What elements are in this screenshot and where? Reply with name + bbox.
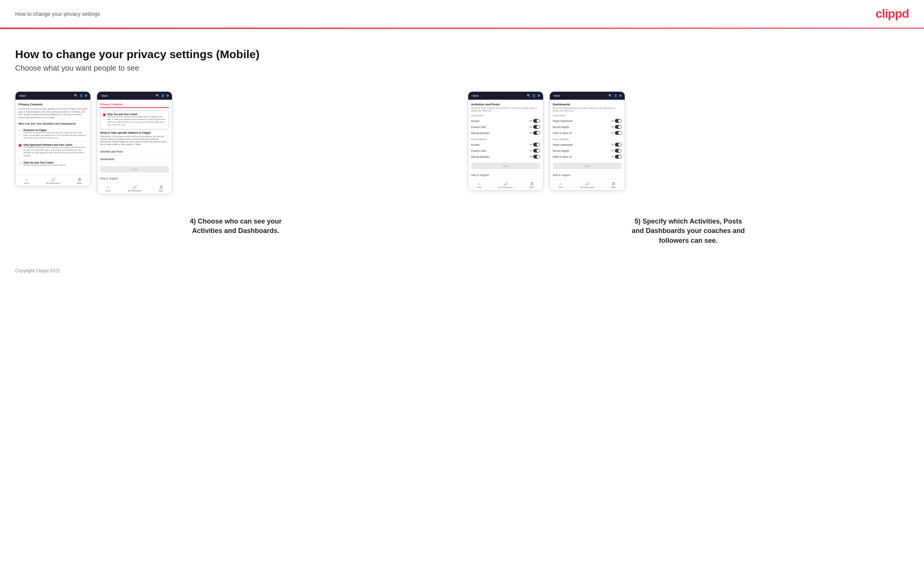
toggle-coaches-what-to-work[interactable]: What To Work On ON [553,130,622,136]
dash-title: Dashboards [553,103,622,106]
caption-1-container: 4) Choose who can see your Activities an… [15,206,457,245]
who-can-see-label: Who Can See Your Activities and Dashboar… [18,122,87,125]
toggle-followers-what-to-work[interactable]: What To Work On ON [553,154,622,160]
followers-round-insights-toggle[interactable]: ON [611,149,621,153]
help-support-2[interactable]: Help & Support [100,175,169,183]
nav-performance-2[interactable]: 📈 My Performance [128,185,142,192]
save-button-2[interactable]: Save [100,166,169,172]
toggle-coaches-round-insights[interactable]: Round Insights ON [553,124,622,130]
dropdown-option-you-coach[interactable]: Only You and Your Coach Only you and the… [103,113,166,126]
privacy-option-everyone[interactable]: Everyone on Clippd Everyone on Clippd ca… [18,127,87,142]
profile-icon[interactable]: 👤 [79,94,83,97]
toggle-coaches-rounds[interactable]: Rounds ON [471,118,540,124]
search-icon[interactable]: 🔍 [74,94,78,97]
coaches-drills-toggle[interactable]: ON [529,125,540,129]
save-button-4[interactable]: Save [553,163,622,169]
nav-home-2[interactable]: ⌂ Home [106,185,111,192]
followers-round-insights-on-text: ON [611,150,614,152]
privacy-controls-tab[interactable]: Privacy Controls [100,103,123,106]
followers-what-to-work-switch[interactable] [615,155,622,159]
back-button-3[interactable]: ‹ Back [471,94,479,97]
help-support-3[interactable]: Help & Support [471,171,540,179]
coaches-rounds-toggle[interactable]: ON [529,119,540,123]
coaches-what-to-work-toggle[interactable]: ON [611,131,621,135]
help-support-4[interactable]: Help & Support [553,171,622,179]
followers-rounds-label: Rounds [471,143,480,146]
toggle-followers-player-dash[interactable]: Player Dashboard ON [553,142,622,148]
top-navigation: How to change your privacy settings clip… [0,0,924,28]
screenshot-group-1: ‹ Back 🔍 👤 ⚙ Privacy Controls Control ho… [15,91,457,194]
toggle-coaches-player-dash[interactable]: Player Dashboard ON [553,118,622,124]
privacy-option-followers[interactable]: Only Approved Followers and Your Coach O… [18,142,87,160]
followers-round-insights-switch[interactable] [615,149,622,153]
radio-followers[interactable] [18,144,21,147]
toggle-followers-manual[interactable]: Manual Activities ON [471,154,540,160]
coaches-round-insights-switch[interactable] [615,125,622,129]
phone-body-2: Privacy Controls Only You and Your Coach… [97,100,172,183]
back-button-2[interactable]: ‹ Back [100,94,108,97]
toggle-followers-rounds[interactable]: Rounds ON [471,142,540,148]
coaches-label-4: COACHES [553,114,622,117]
coaches-player-dash-on-text: ON [611,120,614,122]
settings-icon-3[interactable]: ⚙ [537,94,540,97]
toggle-coaches-drills[interactable]: Practice Drills ON [471,124,540,130]
phone-nav-4: ‹ Back 🔍 👤 ⚙ [550,92,625,100]
profile-icon-4[interactable]: 👤 [614,94,617,97]
radio-coach-only[interactable] [18,162,21,164]
toggle-followers-round-insights[interactable]: Round Insights ON [553,148,622,154]
nav-home-3[interactable]: ⌂ Home [477,182,481,189]
coaches-rounds-switch[interactable] [533,119,540,123]
settings-icon-4[interactable]: ⚙ [619,94,622,97]
coaches-round-insights-toggle[interactable]: ON [611,125,621,129]
settings-icon[interactable]: ⚙ [85,94,87,97]
activities-posts-row[interactable]: Activities and Posts › [100,148,169,156]
coaches-round-insights-on-text: ON [611,126,614,128]
search-icon-4[interactable]: 🔍 [609,94,612,97]
toggle-followers-drills[interactable]: Practice Drills ON [471,148,540,154]
nav-home-1[interactable]: ⌂ Home [24,177,29,184]
followers-player-dash-toggle[interactable]: ON [611,143,621,147]
followers-player-dash-switch[interactable] [615,143,622,147]
nav-performance-4[interactable]: 📈 My Performance [580,182,594,189]
followers-manual-toggle[interactable]: ON [529,155,540,159]
privacy-option-coach-only[interactable]: Only You and Your Coach Only you and the… [18,160,87,168]
phone-body-3: Activities and Posts Select the types of… [468,100,543,179]
dashboards-row[interactable]: Dashboards › [100,156,169,163]
radio-you-coach[interactable] [103,113,106,116]
nav-menu-1[interactable]: ☰ Menu [77,177,82,184]
followers-what-to-work-toggle[interactable]: ON [611,155,621,159]
followers-drills-switch[interactable] [533,149,540,153]
bottom-nav-4: ⌂ Home 📈 My Performance ☰ Menu [550,179,625,190]
search-icon-2[interactable]: 🔍 [156,94,160,97]
coaches-player-dash-toggle[interactable]: ON [611,119,621,123]
followers-drills-toggle[interactable]: ON [529,149,540,153]
followers-manual-switch[interactable] [533,155,540,159]
back-button-1[interactable]: ‹ Back [18,94,26,97]
performance-icon-4: 📈 [585,182,590,186]
followers-rounds-toggle[interactable]: ON [529,143,540,147]
profile-icon-3[interactable]: 👤 [532,94,536,97]
coaches-drills-switch[interactable] [533,125,540,129]
followers-rounds-switch[interactable] [533,143,540,147]
nav-performance-1[interactable]: 📈 My Performance [46,177,60,184]
back-button-4[interactable]: ‹ Back [553,94,561,97]
menu-icon-2: ☰ [160,185,163,189]
nav-menu-2[interactable]: ☰ Menu [159,185,164,192]
coaches-manual-switch[interactable] [533,131,540,135]
nav-home-4[interactable]: ⌂ Home [558,182,563,189]
coaches-what-to-work-switch[interactable] [615,131,622,135]
search-icon-3[interactable]: 🔍 [527,94,531,97]
settings-icon-2[interactable]: ⚙ [166,94,169,97]
save-button-3[interactable]: Save [471,163,540,169]
profile-icon-2[interactable]: 👤 [161,94,165,97]
page-subtitle: Choose what you want people to see [15,64,909,73]
nav-performance-3[interactable]: 📈 My Performance [499,182,513,189]
coaches-manual-on-text: ON [529,132,532,134]
nav-menu-3[interactable]: ☰ Menu [530,182,535,189]
radio-everyone[interactable] [18,129,21,132]
coaches-label-3: COACHES [471,114,540,117]
coaches-player-dash-switch[interactable] [615,119,622,123]
nav-menu-4[interactable]: ☰ Menu [611,182,616,189]
toggle-coaches-manual[interactable]: Manual Activities ON [471,130,540,136]
coaches-manual-toggle[interactable]: ON [529,131,540,135]
